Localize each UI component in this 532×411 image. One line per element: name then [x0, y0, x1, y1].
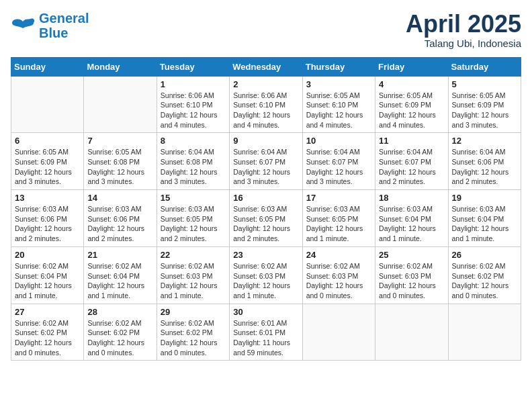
- day-number: 16: [233, 193, 298, 203]
- day-number: 12: [452, 136, 517, 146]
- day-info: Sunrise: 6:02 AM Sunset: 6:03 PM Dayligh…: [306, 261, 371, 301]
- calendar-cell: 29Sunrise: 6:02 AM Sunset: 6:02 PM Dayli…: [157, 304, 229, 361]
- day-info: Sunrise: 6:03 AM Sunset: 6:04 PM Dayligh…: [379, 204, 444, 244]
- day-info: Sunrise: 6:04 AM Sunset: 6:07 PM Dayligh…: [233, 147, 298, 187]
- day-number: 27: [15, 307, 80, 317]
- calendar-cell: 10Sunrise: 6:04 AM Sunset: 6:07 PM Dayli…: [302, 133, 375, 190]
- calendar-cell: 11Sunrise: 6:04 AM Sunset: 6:07 PM Dayli…: [375, 133, 448, 190]
- day-info: Sunrise: 6:04 AM Sunset: 6:08 PM Dayligh…: [161, 147, 226, 187]
- calendar-cell: [448, 304, 521, 361]
- calendar-cell: [11, 76, 84, 133]
- day-number: 10: [306, 136, 371, 146]
- day-info: Sunrise: 6:02 AM Sunset: 6:04 PM Dayligh…: [87, 261, 152, 301]
- month-title: April 2025: [406, 11, 521, 38]
- calendar-cell: 19Sunrise: 6:03 AM Sunset: 6:04 PM Dayli…: [448, 190, 521, 247]
- day-number: 23: [233, 250, 298, 260]
- day-number: 2: [233, 79, 298, 89]
- day-info: Sunrise: 6:02 AM Sunset: 6:02 PM Dayligh…: [452, 261, 517, 301]
- weekday-header: Wednesday: [230, 57, 302, 76]
- day-number: 19: [452, 193, 517, 203]
- calendar-week-row: 6Sunrise: 6:05 AM Sunset: 6:09 PM Daylig…: [11, 133, 521, 190]
- day-info: Sunrise: 6:02 AM Sunset: 6:04 PM Dayligh…: [15, 261, 80, 301]
- day-number: 4: [379, 79, 444, 89]
- day-info: Sunrise: 6:06 AM Sunset: 6:10 PM Dayligh…: [233, 91, 298, 130]
- logo-text: General Blue: [39, 11, 89, 40]
- calendar-cell: 22Sunrise: 6:02 AM Sunset: 6:03 PM Dayli…: [157, 246, 229, 304]
- calendar-cell: 5Sunrise: 6:05 AM Sunset: 6:09 PM Daylig…: [448, 76, 521, 133]
- page-header: General Blue April 2025 Talang Ubi, Indo…: [11, 11, 521, 49]
- weekday-header: Saturday: [448, 57, 521, 76]
- day-info: Sunrise: 6:02 AM Sunset: 6:02 PM Dayligh…: [15, 318, 80, 358]
- calendar-cell: 17Sunrise: 6:03 AM Sunset: 6:05 PM Dayli…: [302, 190, 375, 247]
- day-number: 8: [161, 136, 226, 146]
- day-number: 18: [379, 193, 444, 203]
- day-number: 17: [306, 193, 371, 203]
- calendar-cell: 14Sunrise: 6:03 AM Sunset: 6:06 PM Dayli…: [84, 190, 157, 247]
- day-number: 14: [87, 193, 152, 203]
- calendar-cell: 3Sunrise: 6:05 AM Sunset: 6:10 PM Daylig…: [302, 76, 375, 133]
- day-info: Sunrise: 6:03 AM Sunset: 6:05 PM Dayligh…: [161, 204, 226, 244]
- day-info: Sunrise: 6:03 AM Sunset: 6:06 PM Dayligh…: [15, 204, 80, 244]
- logo: General Blue: [11, 11, 89, 40]
- day-number: 11: [379, 136, 444, 146]
- logo-line1: General: [39, 11, 89, 26]
- day-number: 26: [452, 250, 517, 260]
- day-info: Sunrise: 6:02 AM Sunset: 6:03 PM Dayligh…: [379, 261, 444, 301]
- calendar-cell: 28Sunrise: 6:02 AM Sunset: 6:02 PM Dayli…: [84, 304, 157, 361]
- day-info: Sunrise: 6:03 AM Sunset: 6:05 PM Dayligh…: [306, 204, 371, 244]
- day-number: 24: [306, 250, 371, 260]
- calendar-cell: 21Sunrise: 6:02 AM Sunset: 6:04 PM Dayli…: [84, 246, 157, 304]
- calendar-cell: 1Sunrise: 6:06 AM Sunset: 6:10 PM Daylig…: [157, 76, 229, 133]
- day-info: Sunrise: 6:02 AM Sunset: 6:03 PM Dayligh…: [161, 261, 226, 301]
- calendar-cell: 30Sunrise: 6:01 AM Sunset: 6:01 PM Dayli…: [230, 304, 302, 361]
- weekday-header: Monday: [84, 57, 157, 76]
- calendar-cell: 12Sunrise: 6:04 AM Sunset: 6:06 PM Dayli…: [448, 133, 521, 190]
- calendar-cell: 26Sunrise: 6:02 AM Sunset: 6:02 PM Dayli…: [448, 246, 521, 304]
- day-number: 5: [452, 79, 517, 89]
- weekday-header: Friday: [375, 57, 448, 76]
- calendar-cell: 7Sunrise: 6:05 AM Sunset: 6:08 PM Daylig…: [84, 133, 157, 190]
- day-info: Sunrise: 6:04 AM Sunset: 6:06 PM Dayligh…: [452, 147, 517, 187]
- day-number: 30: [233, 307, 298, 317]
- day-number: 6: [15, 136, 80, 146]
- calendar-table: SundayMondayTuesdayWednesdayThursdayFrid…: [11, 57, 521, 361]
- calendar-cell: 20Sunrise: 6:02 AM Sunset: 6:04 PM Dayli…: [11, 246, 84, 304]
- day-number: 3: [306, 79, 371, 89]
- calendar-cell: 4Sunrise: 6:05 AM Sunset: 6:09 PM Daylig…: [375, 76, 448, 133]
- day-info: Sunrise: 6:04 AM Sunset: 6:07 PM Dayligh…: [306, 147, 371, 187]
- calendar-cell: 16Sunrise: 6:03 AM Sunset: 6:05 PM Dayli…: [230, 190, 302, 247]
- day-number: 21: [87, 250, 152, 260]
- calendar-header-row: SundayMondayTuesdayWednesdayThursdayFrid…: [11, 57, 521, 76]
- title-area: April 2025 Talang Ubi, Indonesia: [406, 11, 521, 49]
- calendar-cell: 18Sunrise: 6:03 AM Sunset: 6:04 PM Dayli…: [375, 190, 448, 247]
- day-number: 29: [161, 307, 226, 317]
- location: Talang Ubi, Indonesia: [406, 38, 521, 49]
- weekday-header: Tuesday: [157, 57, 229, 76]
- calendar-cell: [302, 304, 375, 361]
- calendar-cell: 15Sunrise: 6:03 AM Sunset: 6:05 PM Dayli…: [157, 190, 229, 247]
- day-info: Sunrise: 6:05 AM Sunset: 6:08 PM Dayligh…: [87, 147, 152, 187]
- calendar-cell: 25Sunrise: 6:02 AM Sunset: 6:03 PM Dayli…: [375, 246, 448, 304]
- day-number: 9: [233, 136, 298, 146]
- day-info: Sunrise: 6:02 AM Sunset: 6:02 PM Dayligh…: [161, 318, 226, 358]
- calendar-week-row: 20Sunrise: 6:02 AM Sunset: 6:04 PM Dayli…: [11, 246, 521, 304]
- calendar-week-row: 27Sunrise: 6:02 AM Sunset: 6:02 PM Dayli…: [11, 304, 521, 361]
- calendar-cell: 23Sunrise: 6:02 AM Sunset: 6:03 PM Dayli…: [230, 246, 302, 304]
- day-info: Sunrise: 6:06 AM Sunset: 6:10 PM Dayligh…: [161, 91, 226, 130]
- day-info: Sunrise: 6:03 AM Sunset: 6:05 PM Dayligh…: [233, 204, 298, 244]
- day-number: 13: [15, 193, 80, 203]
- day-info: Sunrise: 6:05 AM Sunset: 6:09 PM Dayligh…: [452, 91, 517, 130]
- day-info: Sunrise: 6:05 AM Sunset: 6:09 PM Dayligh…: [15, 147, 80, 187]
- calendar-cell: [84, 76, 157, 133]
- day-info: Sunrise: 6:02 AM Sunset: 6:03 PM Dayligh…: [233, 261, 298, 301]
- day-info: Sunrise: 6:03 AM Sunset: 6:04 PM Dayligh…: [452, 204, 517, 244]
- day-info: Sunrise: 6:05 AM Sunset: 6:10 PM Dayligh…: [306, 91, 371, 130]
- day-info: Sunrise: 6:01 AM Sunset: 6:01 PM Dayligh…: [233, 318, 298, 358]
- day-info: Sunrise: 6:05 AM Sunset: 6:09 PM Dayligh…: [379, 91, 444, 130]
- logo-bird-icon: [11, 16, 35, 35]
- day-number: 25: [379, 250, 444, 260]
- day-info: Sunrise: 6:02 AM Sunset: 6:02 PM Dayligh…: [87, 318, 152, 358]
- calendar-cell: [375, 304, 448, 361]
- day-info: Sunrise: 6:04 AM Sunset: 6:07 PM Dayligh…: [379, 147, 444, 187]
- weekday-header: Sunday: [11, 57, 84, 76]
